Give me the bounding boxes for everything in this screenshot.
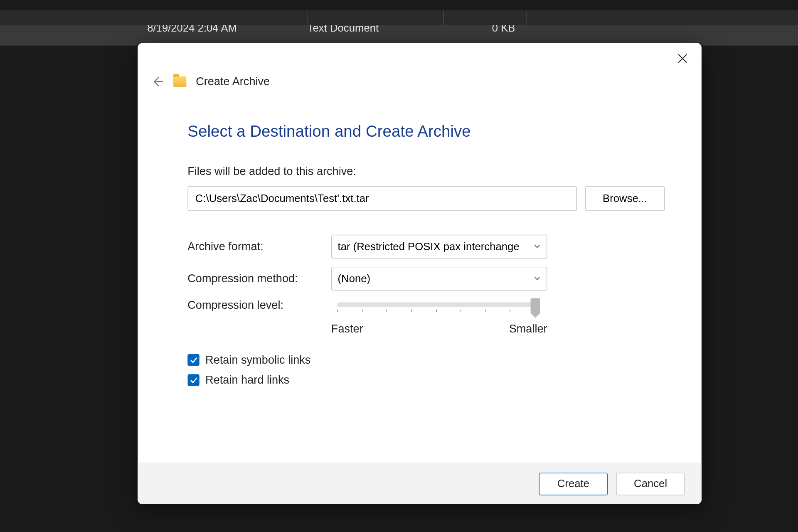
slider-ticks — [337, 310, 535, 312]
method-value: (None) — [338, 272, 371, 285]
back-button[interactable] — [151, 75, 164, 88]
create-button[interactable]: Create — [539, 473, 608, 495]
dialog-heading: Select a Destination and Create Archive — [187, 123, 665, 141]
check-icon — [190, 376, 197, 384]
chevron-down-icon — [534, 240, 541, 253]
close-icon — [677, 52, 689, 64]
check-icon — [190, 356, 197, 364]
retain-hard-checkbox[interactable] — [187, 374, 200, 386]
slider-thumb[interactable] — [531, 298, 540, 314]
format-label: Archive format: — [187, 240, 331, 253]
compression-level-slider[interactable] — [337, 303, 535, 307]
slider-smaller-label: Smaller — [509, 323, 547, 335]
method-label: Compression method: — [187, 272, 331, 285]
browse-button[interactable]: Browse... — [585, 186, 665, 211]
format-value: tar (Restricted POSIX pax interchange — [338, 240, 520, 253]
close-button[interactable] — [675, 52, 690, 66]
chevron-down-icon — [534, 272, 541, 285]
slider-faster-label: Faster — [331, 323, 363, 335]
retain-symbolic-checkbox[interactable] — [187, 354, 200, 366]
archive-folder-icon — [173, 76, 186, 87]
compression-method-select[interactable]: (None) — [331, 267, 547, 291]
retain-hard-label: Retain hard links — [205, 374, 289, 387]
retain-symbolic-label: Retain symbolic links — [205, 353, 310, 366]
archive-path-input[interactable] — [187, 186, 577, 211]
sub-line: Files will be added to this archive: — [187, 165, 665, 177]
dialog-footer: Create Cancel — [138, 463, 702, 504]
level-label: Compression level: — [187, 299, 331, 312]
explorer-column-header — [0, 10, 798, 25]
dialog-title: Create Archive — [196, 75, 270, 88]
create-archive-dialog: Create Archive Select a Destination and … — [138, 43, 702, 505]
archive-format-select[interactable]: tar (Restricted POSIX pax interchange — [331, 235, 547, 259]
cancel-button[interactable]: Cancel — [616, 473, 685, 495]
back-arrow-icon — [151, 75, 164, 88]
